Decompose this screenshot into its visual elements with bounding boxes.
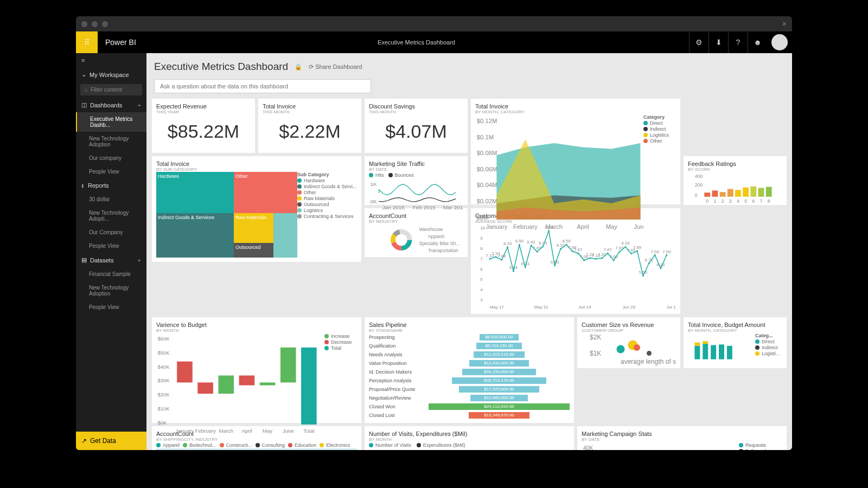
sidebar-item-dashboard[interactable]: Executive Metrics Dashb... (76, 112, 146, 132)
svg-text:Transportation: Transportation (428, 248, 458, 253)
tile-feedback-ratings[interactable]: Feedback Ratings BY SCORE 40020000123456… (684, 156, 787, 205)
svg-text:$0.1M: $0.1M (477, 134, 494, 140)
tile-site-traffic[interactable]: Marketing Site Traffic BY DATE HitsBounc… (365, 156, 468, 205)
svg-text:$50K: $50K (157, 350, 170, 356)
svg-text:8.50: 8.50 (515, 239, 524, 243)
download-icon[interactable]: ⬇ (709, 31, 728, 53)
svg-text:5: 5 (744, 198, 747, 204)
svg-rect-33 (750, 187, 756, 197)
line-chart: 3456789107.137.337.048.255.948.506.338.4… (475, 224, 676, 310)
svg-rect-129 (260, 382, 276, 385)
svg-text:March: March (219, 428, 233, 434)
tile-invoice-treemap[interactable]: Total Invoice BY SUB CATEGORY HardwareOt… (152, 156, 361, 262)
svg-text:$0.04M: $0.04M (477, 182, 497, 188)
sidebar-item-dashboard[interactable]: People View (76, 165, 146, 178)
svg-text:$0.02M: $0.02M (477, 198, 497, 204)
tile-visits-expenditures[interactable]: Number of Visits, Expenditures ($Mil) BY… (365, 426, 574, 450)
help-icon[interactable]: ? (728, 31, 748, 53)
svg-point-144 (647, 351, 652, 356)
tile-total-invoice[interactable]: Total Invoice THIS MONTH $2.22M (258, 99, 361, 153)
add-icon[interactable]: + (138, 257, 141, 264)
sidebar-item-report[interactable]: New Technology Adopti... (76, 206, 146, 226)
reports-section[interactable]: ⫾ Reports (76, 178, 146, 192)
svg-text:2: 2 (722, 198, 724, 204)
qna-input[interactable] (154, 79, 371, 93)
svg-text:8.29: 8.29 (621, 241, 630, 246)
workspace-selector[interactable]: ⌄ My Workspace (76, 67, 146, 82)
svg-rect-147 (694, 343, 700, 346)
kpi-value: $85.22M (168, 121, 239, 142)
svg-text:3: 3 (729, 198, 732, 204)
svg-text:7.50: 7.50 (662, 249, 671, 254)
scatter-chart: $2K$1Kaverage length of stay (582, 333, 676, 365)
nav-toggle-icon[interactable]: ≡ (76, 53, 146, 67)
dashboards-section[interactable]: ◫ Dashboards+ (76, 98, 146, 112)
tile-variance-budget[interactable]: Varience to Budget BY MONTH $0K$10K$20K$… (152, 317, 361, 423)
svg-text:Apparel: Apparel (428, 234, 444, 239)
svg-text:Jan 2015: Jan 2015 (382, 204, 405, 210)
svg-rect-127 (218, 376, 234, 394)
sidebar-item-dataset[interactable]: People View (76, 300, 146, 314)
tile-invoice-budget[interactable]: Total Invoice, Budget Amount BY MONTH, C… (684, 317, 787, 368)
svg-text:1K: 1K (370, 181, 377, 187)
tile-campaign-stats[interactable]: Marketing Campaign Stats BY DATE 0K10K20… (577, 426, 787, 450)
add-icon[interactable]: + (138, 102, 141, 108)
sidebar-item-report[interactable]: 30 dollar (76, 192, 146, 206)
svg-text:6: 6 (480, 267, 483, 272)
window-titlebar: × (76, 16, 792, 31)
funnel-chart: Prospecting$8,635,600.00Qualification$9,… (369, 333, 570, 419)
svg-text:Specialty Bike Sh...: Specialty Bike Sh... (419, 241, 459, 246)
svg-text:Mar 2015: Mar 2015 (443, 204, 463, 210)
svg-rect-25 (720, 192, 726, 197)
search-icon: ⌕ (85, 87, 88, 93)
svg-text:$10K: $10K (157, 406, 170, 412)
close-icon[interactable]: × (782, 20, 787, 28)
share-button[interactable]: ⟳ Share Dashboard (309, 63, 362, 70)
get-data-button[interactable]: ↗ Get Data (76, 432, 146, 450)
svg-text:$60K: $60K (157, 336, 170, 342)
svg-rect-131 (301, 348, 317, 425)
app-logo-icon[interactable]: ⠿ (76, 31, 98, 53)
sidebar-item-dashboard[interactable]: New Technology Adoption (76, 132, 146, 151)
tile-invoice-by-category[interactable]: Total Invoice BY MONTH, CATEGORY $0M$0.0… (471, 99, 680, 204)
svg-text:May 17: May 17 (490, 305, 504, 310)
datasets-section[interactable]: ▤ Datasets+ (76, 253, 146, 267)
feedback-icon[interactable]: ☻ (748, 31, 767, 53)
svg-text:$1K: $1K (590, 350, 601, 357)
sidebar-item-dashboard[interactable]: Our company (76, 151, 146, 165)
legend: Sub Category HardwareIndirect Goods & Se… (297, 172, 357, 258)
svg-rect-152 (727, 346, 732, 359)
svg-text:$40K: $40K (157, 364, 170, 370)
svg-text:10: 10 (480, 226, 485, 230)
settings-icon[interactable]: ⚙ (689, 31, 709, 53)
svg-text:April: April (241, 428, 252, 434)
tile-feedback-trend[interactable]: Customer Feedback Trend AVERAGE SCORE 34… (471, 208, 680, 314)
traffic-light[interactable] (92, 21, 98, 27)
sidebar-item-dataset[interactable]: Financial Sample (76, 267, 146, 281)
tile-expected-revenue[interactable]: Expected Revenue THIS YEAR $85.22M (152, 99, 255, 153)
svg-text:$0.08M: $0.08M (477, 150, 497, 156)
map-chart: NORTHAMERICA EURO AFF AtlanticOcean ▶ bi… (156, 448, 357, 450)
filter-input[interactable]: ⌕Filter content (80, 84, 142, 95)
sidebar-item-report[interactable]: People View (76, 239, 146, 253)
svg-rect-151 (719, 344, 724, 359)
tile-account-donut[interactable]: AccountCount BY INDUSTRY WarehouseAppare… (365, 208, 468, 257)
tile-discount-savings[interactable]: Discount Savings THIS MONTH $4.07M (365, 99, 468, 153)
svg-text:8: 8 (768, 198, 770, 204)
sidebar-item-report[interactable]: Our Company (76, 226, 146, 239)
svg-text:7.50: 7.50 (650, 249, 659, 254)
svg-text:$0K: $0K (157, 420, 167, 426)
traffic-light[interactable] (102, 21, 108, 27)
svg-text:8.33: 8.33 (539, 241, 547, 246)
tile-sales-pipeline[interactable]: Sales Pipeline BY STAGENAME Prospecting$… (365, 317, 574, 423)
svg-text:8.43: 8.43 (527, 240, 535, 245)
svg-rect-31 (743, 188, 749, 197)
sidebar-item-dataset[interactable]: New Technology Adoption (76, 281, 146, 300)
svg-text:$20K: $20K (157, 391, 170, 397)
svg-text:7: 7 (480, 256, 482, 261)
lock-icon: 🔒 (295, 63, 302, 70)
user-avatar[interactable] (771, 34, 788, 50)
tile-customer-size[interactable]: Customer Size vs Revenue CUSTOMER GROUP … (577, 317, 680, 368)
svg-rect-130 (280, 348, 296, 383)
traffic-light[interactable] (81, 21, 87, 27)
